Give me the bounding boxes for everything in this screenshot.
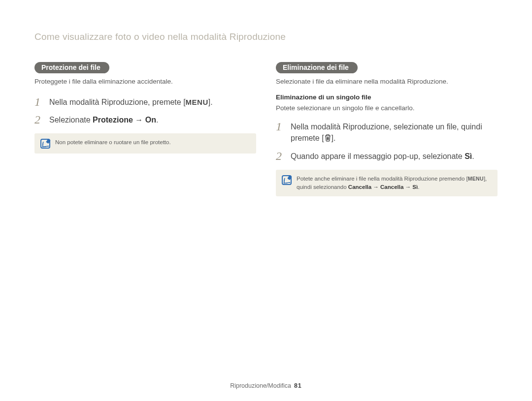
step-number: 2 — [276, 150, 288, 162]
section-title-deletion: Eliminazione dei file — [276, 62, 358, 73]
deletion-step-1: 1 Nella modalità Riproduzione, seleziona… — [276, 120, 498, 145]
text-fragment: Selezionate — [49, 116, 93, 124]
right-column: Eliminazione dei file Selezionate i file… — [276, 62, 498, 196]
deletion-step-2: 2 Quando appare il messaggio pop-up, sel… — [276, 150, 498, 162]
text-fragment: ]. — [332, 134, 336, 142]
protection-step-1: 1 Nella modalità Riproduzione, premete [… — [34, 95, 256, 108]
step-number: 1 — [34, 95, 46, 108]
step-number: 2 — [34, 113, 46, 126]
note-text: Potete anche eliminare i file nella moda… — [297, 175, 491, 192]
bold-fragment: Cancella → Cancella → Sì — [348, 184, 418, 190]
text-fragment: . — [156, 116, 158, 124]
text-fragment: ]. — [208, 98, 213, 106]
deletion-subheading: Eliminazione di un singolo file — [276, 93, 498, 101]
text-fragment: premete [ — [291, 134, 324, 142]
menu-label-icon: MENU — [186, 97, 208, 108]
text-fragment: . — [418, 184, 419, 190]
deletion-subtext: Potete selezionare un singolo file e can… — [276, 104, 498, 113]
note-icon — [282, 175, 292, 185]
protection-note: Non potete eliminare o ruotare un file p… — [34, 133, 256, 154]
footer-page-number: 81 — [294, 382, 302, 389]
section-title-protection: Protezione dei file — [34, 62, 109, 73]
deletion-note: Potete anche eliminare i file nella moda… — [276, 170, 498, 197]
step-number: 1 — [276, 120, 288, 133]
step-text: Selezionate Protezione → On. — [49, 113, 158, 125]
menu-label-icon: MENU — [468, 176, 484, 182]
step-text: Nella modalità Riproduzione, premete [ME… — [49, 95, 213, 108]
text-fragment: Nella modalità Riproduzione, premete [ — [49, 98, 186, 106]
content-columns: Protezione dei file Proteggete i file da… — [34, 62, 498, 196]
note-icon — [40, 139, 50, 149]
bold-fragment: Protezione → On — [93, 116, 156, 124]
protection-step-2: 2 Selezionate Protezione → On. — [34, 113, 256, 126]
deletion-intro: Selezionate i file da eliminare nella mo… — [276, 77, 498, 87]
bold-fragment: Sì — [465, 152, 472, 160]
text-fragment: Quando appare il messaggio pop-up, selez… — [291, 152, 465, 160]
page-footer: Riproduzione/Modifica81 — [0, 382, 532, 389]
text-fragment: Nella modalità Riproduzione, selezionate… — [291, 123, 482, 131]
left-column: Protezione dei file Proteggete i file da… — [34, 62, 256, 196]
page-title: Come visualizzare foto o video nella mod… — [34, 31, 498, 42]
trash-icon — [324, 133, 332, 145]
step-text: Nella modalità Riproduzione, selezionate… — [291, 120, 482, 145]
text-fragment: . — [472, 152, 474, 160]
page: Come visualizzare foto o video nella mod… — [0, 0, 532, 401]
protection-intro: Proteggete i file dalla eliminazione acc… — [34, 77, 256, 87]
note-text: Non potete eliminare o ruotare un file p… — [55, 138, 171, 147]
step-text: Quando appare il messaggio pop-up, selez… — [291, 150, 474, 162]
text-fragment: Potete anche eliminare i file nella moda… — [297, 176, 468, 182]
footer-section: Riproduzione/Modifica — [230, 382, 291, 389]
